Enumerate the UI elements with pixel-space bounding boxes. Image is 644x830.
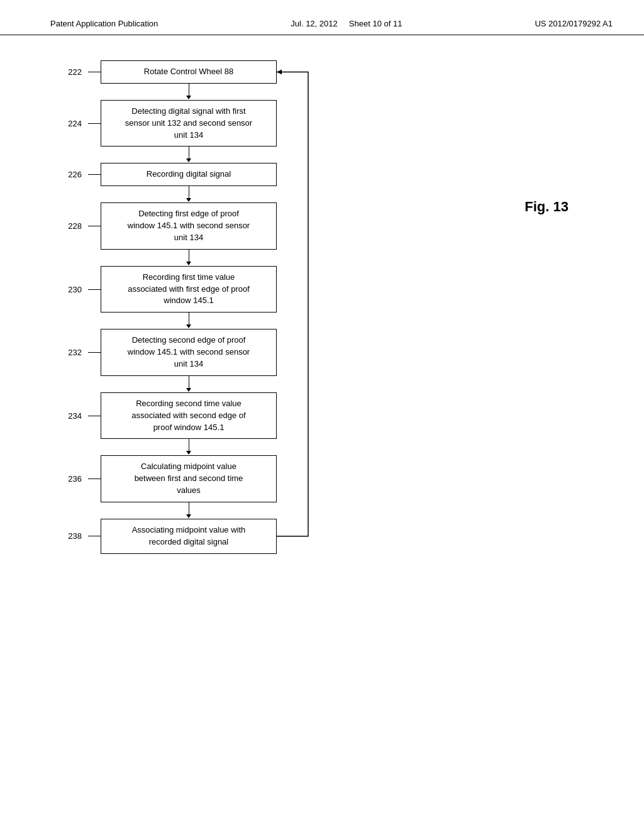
publication-label: Patent Application Publication [50,19,158,28]
step-box-230: Recording first time valueassociated wit… [101,266,277,313]
step-box-234: Recording second time valueassociated wi… [101,392,277,440]
arrow-down [50,376,365,392]
step-connector-line [88,289,101,290]
flowchart-container: 222Rotate Control Wheel 88224Detecting d… [50,60,440,554]
step-number: 224 [50,119,88,128]
arrow-down [50,186,365,202]
step-connector-line [88,123,101,124]
arrow-down [50,84,365,100]
flow-row: 236Calculating midpoint valuebetween fir… [50,455,365,502]
flow-row: 226Recording digital signal [50,163,365,186]
step-box-224: Detecting digital signal with firstsenso… [101,100,277,147]
step-connector-line [88,352,101,353]
flow-row: 224Detecting digital signal with firstse… [50,100,365,147]
step-connector-line [88,174,101,175]
figure-label-area: Fig. 13 [525,199,569,215]
flow-row: 232Detecting second edge of proofwindow … [50,329,365,376]
step-connector-line [88,536,101,536]
figure-label: Fig. 13 [525,199,569,214]
flow-row: 222Rotate Control Wheel 88 [50,60,365,84]
header-left: Patent Application Publication [50,19,158,28]
step-box-238: Associating midpoint value withrecorded … [101,519,277,554]
step-number: 222 [50,67,88,77]
arrow-down [50,439,365,455]
header-right: US 2012/0179292 A1 [535,19,613,28]
step-connector-line [88,226,101,226]
step-box-226: Recording digital signal [101,163,277,186]
arrow-down [50,147,365,163]
step-number: 236 [50,474,88,484]
step-connector-line [88,416,101,416]
step-number: 234 [50,411,88,421]
arrow-down [50,313,365,329]
patent-number: US 2012/0179292 A1 [535,19,613,28]
header-center: Jul. 12, 2012 Sheet 10 of 11 [291,19,402,28]
publication-date: Jul. 12, 2012 [291,19,337,28]
flow-row: 228Detecting first edge of proofwindow 1… [50,202,365,250]
step-number: 232 [50,348,88,357]
step-number: 228 [50,221,88,231]
step-connector-line [88,72,101,72]
step-box-236: Calculating midpoint valuebetween first … [101,455,277,502]
step-box-232: Detecting second edge of proofwindow 145… [101,329,277,376]
step-box-228: Detecting first edge of proofwindow 145.… [101,202,277,250]
flow-row: 230Recording first time valueassociated … [50,266,365,313]
flow-row: 234Recording second time valueassociated… [50,392,365,440]
step-box-222: Rotate Control Wheel 88 [101,60,277,84]
page-header: Patent Application Publication Jul. 12, … [0,0,644,35]
flow-row: 238Associating midpoint value withrecord… [50,519,365,554]
sheet-label: Sheet 10 of 11 [349,19,402,28]
step-number: 238 [50,531,88,541]
arrow-down [50,502,365,519]
arrow-down [50,250,365,266]
step-number: 230 [50,285,88,294]
step-number: 226 [50,170,88,179]
main-content: 222Rotate Control Wheel 88224Detecting d… [0,35,644,579]
step-connector-line [88,479,101,479]
